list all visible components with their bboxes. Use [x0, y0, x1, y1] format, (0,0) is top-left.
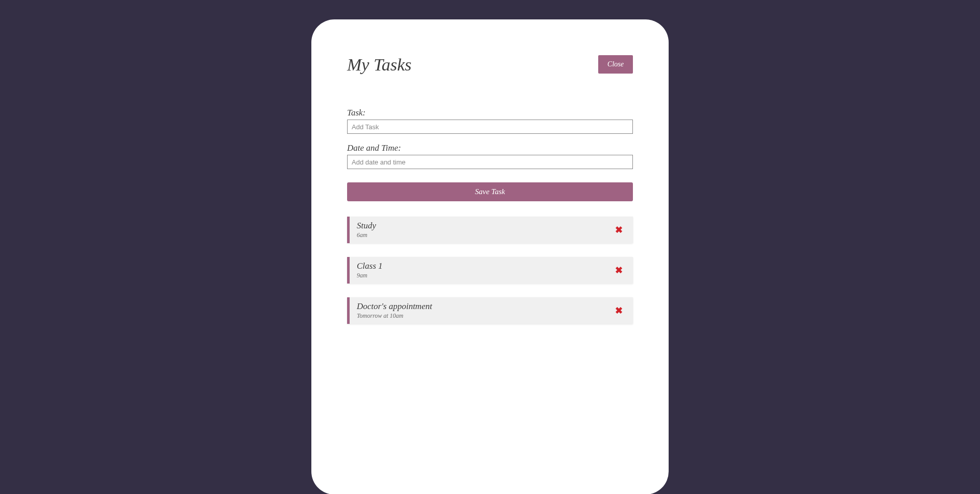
- task-item[interactable]: Class 1 9am ✖: [347, 257, 633, 284]
- delete-icon[interactable]: ✖: [612, 305, 626, 316]
- delete-icon[interactable]: ✖: [612, 224, 626, 236]
- task-name: Doctor's appointment: [357, 301, 612, 312]
- task-time: 6am: [357, 231, 612, 239]
- task-label: Task:: [347, 108, 633, 118]
- close-button[interactable]: Close: [598, 55, 633, 74]
- modal-title: My Tasks: [347, 55, 411, 75]
- task-form: Task: Date and Time: Save Task: [347, 108, 633, 201]
- task-content: Doctor's appointment Tomorrow at 10am: [357, 301, 612, 320]
- task-time: Tomorrow at 10am: [357, 312, 612, 320]
- task-list: Study 6am ✖ Class 1 9am ✖ Doctor's appoi…: [347, 217, 633, 324]
- task-item[interactable]: Doctor's appointment Tomorrow at 10am ✖: [347, 297, 633, 324]
- task-field-group: Task:: [347, 108, 633, 134]
- task-name: Study: [357, 221, 612, 231]
- task-item[interactable]: Study 6am ✖: [347, 217, 633, 243]
- datetime-input[interactable]: [347, 155, 633, 169]
- datetime-label: Date and Time:: [347, 143, 633, 153]
- task-time: 9am: [357, 272, 612, 279]
- task-name: Class 1: [357, 261, 612, 271]
- task-content: Study 6am: [357, 221, 612, 239]
- modal-header: My Tasks Close: [347, 55, 633, 75]
- datetime-field-group: Date and Time:: [347, 143, 633, 169]
- delete-icon[interactable]: ✖: [612, 265, 626, 276]
- task-input[interactable]: [347, 120, 633, 134]
- task-content: Class 1 9am: [357, 261, 612, 279]
- task-modal: My Tasks Close Task: Date and Time: Save…: [311, 19, 669, 494]
- save-task-button[interactable]: Save Task: [347, 182, 633, 201]
